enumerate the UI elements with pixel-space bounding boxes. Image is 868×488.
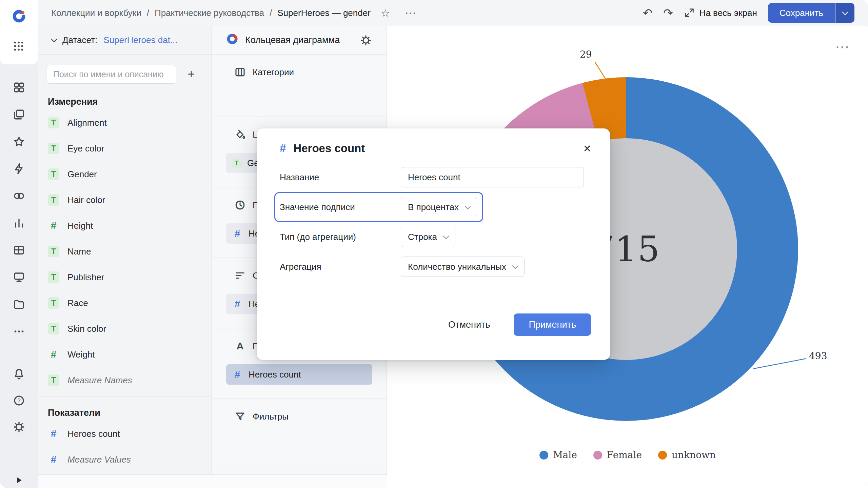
chevron-down-icon (512, 263, 518, 269)
dialog-title: Heroes count (293, 142, 365, 155)
data-label: 493 (809, 350, 827, 362)
field-row[interactable]: # Measure Values (38, 447, 211, 472)
field-row[interactable]: T Publisher (38, 264, 211, 290)
aggregation-select[interactable]: Количество уникальных (401, 257, 525, 277)
legend-label: Female (607, 449, 642, 461)
dashboards-icon[interactable] (13, 81, 25, 94)
dialog-buttons: Отменить Применить (280, 313, 591, 336)
notifications-icon[interactable] (13, 368, 25, 380)
field-row[interactable]: T Alignment (38, 110, 211, 136)
measures-clock-icon (234, 199, 246, 211)
field-row[interactable]: T Gender (38, 161, 211, 187)
number-type-icon: # (232, 298, 243, 310)
settings-icon[interactable] (13, 421, 25, 433)
field-row[interactable]: # Weight (38, 342, 211, 367)
number-type-icon: # (48, 454, 59, 465)
save-options-button[interactable] (835, 3, 854, 23)
help-icon[interactable]: ? (13, 394, 25, 407)
field-row[interactable]: T Skin color (38, 316, 211, 342)
chart-settings-gear-icon[interactable] (360, 35, 372, 46)
panel-bottom-strip (38, 474, 387, 488)
number-type-icon: # (280, 142, 286, 155)
field-row[interactable]: T Hair color (38, 187, 211, 213)
string-type-icon: T (48, 323, 59, 334)
datalens-logo[interactable] (11, 8, 27, 24)
donut-chart-type-icon[interactable] (226, 33, 238, 47)
select-value: Количество уникальных (408, 262, 506, 272)
legend-item[interactable]: Female (593, 449, 642, 461)
field-row[interactable]: T Name (38, 239, 211, 264)
legend-dot-icon (593, 451, 602, 460)
datasets-icon[interactable] (13, 244, 25, 256)
favorites-icon[interactable] (13, 136, 25, 148)
save-button[interactable]: Сохранить (768, 3, 835, 23)
section-categories: Категории (212, 55, 387, 117)
close-icon[interactable]: × (584, 142, 591, 155)
string-type-icon: T (232, 158, 242, 168)
string-type-icon: T (48, 374, 59, 386)
chip-label: Heroes count (249, 369, 301, 380)
section-label: Фильтры (253, 411, 289, 422)
dialog-title-row: # Heroes count × (280, 142, 591, 155)
undo-icon[interactable]: ↶ (643, 7, 653, 19)
field-row[interactable]: T Race (38, 290, 211, 316)
section-title: Фильтры (226, 409, 372, 424)
breadcrumb-separator: / (270, 8, 272, 18)
select-value: В процентах (408, 202, 459, 212)
add-field-button[interactable]: + (183, 66, 199, 82)
field-label: Measure Values (67, 454, 131, 465)
connections-icon[interactable] (13, 163, 25, 175)
dialog-form: Название Значение подписи В процентах Ти… (280, 167, 591, 277)
categories-icon (234, 66, 246, 78)
chart-type-label[interactable]: Кольцевая диаграмма (245, 35, 340, 45)
icon-rail: ? (0, 0, 38, 488)
dataset-name-link[interactable]: SuperHeroes dat... (103, 35, 177, 45)
chart-menu-icon[interactable]: ⋯ (835, 40, 850, 54)
filters-funnel-icon (234, 411, 246, 422)
collections-icon[interactable] (13, 108, 25, 121)
field-label: Alignment (67, 118, 107, 128)
data-label: 29 (580, 49, 592, 60)
field-label: Название (280, 172, 401, 183)
field-label: Name (67, 246, 91, 257)
workbook-menu-icon[interactable]: ⋯ (405, 6, 417, 20)
field-row[interactable]: # Height (38, 213, 211, 239)
redo-icon[interactable]: ↷ (663, 7, 673, 19)
legend-dot-icon (539, 451, 548, 460)
more-icon[interactable] (13, 325, 25, 339)
field-row[interactable]: T Measure Names (38, 367, 211, 393)
relations-icon[interactable] (13, 190, 25, 202)
breadcrumb-current: SuperHeroes — gender (277, 8, 371, 18)
breadcrumb-guides[interactable]: Практические руководства (155, 8, 264, 18)
label-value-select[interactable]: В процентах (401, 197, 477, 217)
dataset-collapse-icon[interactable] (51, 36, 57, 42)
fullscreen-button[interactable]: На весь экран (684, 7, 757, 18)
field-chip-selected[interactable]: # Heroes count (226, 364, 372, 385)
field-search-input[interactable] (46, 65, 176, 84)
number-type-icon: # (48, 220, 59, 231)
field-row[interactable]: T Eye color (38, 136, 211, 161)
field-label: Publisher (67, 272, 104, 283)
field-label: Агрегация (280, 262, 401, 272)
name-input[interactable] (401, 167, 584, 187)
favorite-star-icon[interactable]: ☆ (381, 7, 390, 19)
type-select[interactable]: Строка (401, 227, 455, 247)
form-row-name: Название (280, 167, 591, 187)
fullscreen-icon (684, 7, 695, 18)
storage-icon[interactable] (13, 298, 25, 310)
form-row-aggregation: Агрегация Количество уникальных (280, 257, 591, 277)
field-label: Heroes count (67, 429, 120, 439)
apps-grid-icon[interactable] (13, 40, 25, 54)
cancel-button[interactable]: Отменить (439, 314, 499, 336)
number-type-icon: # (232, 369, 243, 380)
field-label: Hair color (67, 195, 105, 205)
run-icon[interactable] (14, 475, 24, 487)
editor-icon[interactable] (13, 271, 25, 283)
legend-item[interactable]: Male (539, 449, 577, 461)
chevron-down-icon (842, 9, 848, 15)
field-row[interactable]: # Heroes count (38, 421, 211, 447)
apply-button[interactable]: Применить (514, 313, 591, 336)
charts-icon[interactable] (13, 217, 25, 229)
breadcrumb-collections[interactable]: Коллекции и воркбуки (51, 8, 141, 18)
legend-item[interactable]: unknown (658, 449, 716, 461)
